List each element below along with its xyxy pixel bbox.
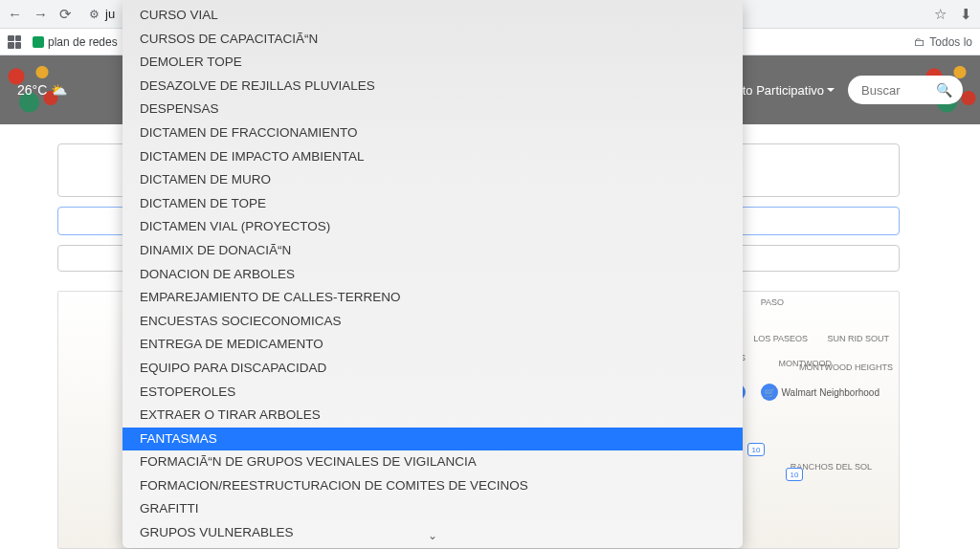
dropdown-option[interactable]: DICTAMEN DE FRACCIONAMIENTO: [122, 121, 743, 145]
dropdown-option[interactable]: FANTASMAS: [122, 428, 743, 451]
back-button[interactable]: ←: [8, 6, 22, 23]
map-label-sun-ridge: SUN RID SOUT: [827, 334, 889, 343]
route-shield: 10: [747, 443, 765, 456]
nav-participativo[interactable]: to Participativo: [743, 83, 835, 98]
sheets-icon: [33, 36, 44, 48]
toolbar-right: ☆ ⬇: [934, 6, 972, 23]
chevron-down-icon[interactable]: ⌄: [428, 529, 437, 542]
dropdown-option[interactable]: DICTAMEN DE MURO: [122, 168, 743, 192]
apps-button[interactable]: [8, 35, 21, 49]
dropdown-option[interactable]: HIDRATACION PARA EVENTOS DEPORTIVOS: [122, 545, 743, 548]
route-shield: 10: [786, 468, 803, 481]
bookmark-item[interactable]: plan de redes: [33, 35, 118, 49]
reload-button[interactable]: ⟳: [59, 6, 72, 23]
star-icon[interactable]: ☆: [934, 6, 947, 23]
dropdown-option[interactable]: FORMACION/REESTRUCTURACION DE COMITES DE…: [122, 474, 743, 498]
folder-label: Todos lo: [929, 35, 972, 49]
folder-icon: 🗀: [914, 35, 925, 49]
url-text: ju: [105, 7, 115, 21]
dropdown-option[interactable]: EXTRAER O TIRAR ARBOLES: [122, 404, 743, 428]
map-label-montwood-heights: MONTWOOD HEIGHTS: [799, 362, 893, 372]
dropdown-option[interactable]: CURSOS DE CAPACITACIÃ“N: [122, 28, 743, 52]
poi-label: Walmart Neighborhood: [782, 387, 880, 398]
dropdown-option[interactable]: ENCUESTAS SOCIECONOMICAS: [122, 310, 743, 334]
map-label-los-paseos: LOS PASEOS: [753, 334, 808, 343]
dropdown-option[interactable]: DICTAMEN DE TOPE: [122, 192, 743, 216]
bookmark-label: plan de redes: [48, 35, 118, 49]
dropdown-option[interactable]: ESTOPEROLES: [122, 381, 743, 405]
map-poi-walmart[interactable]: 🛒 Walmart Neighborhood: [761, 384, 880, 401]
weather-widget[interactable]: 26°C ⛅: [17, 82, 67, 98]
forward-button[interactable]: →: [33, 6, 48, 23]
dropdown-option[interactable]: DESPENSAS: [122, 98, 743, 121]
dropdown-list: CURSO VIALCURSOS DE CAPACITACIÃ“NDEMOLER…: [122, 0, 743, 548]
temperature-text: 26°C: [17, 82, 47, 98]
dropdown-option[interactable]: DONACION DE ARBOLES: [122, 263, 743, 287]
site-info-icon[interactable]: ⚙: [89, 8, 100, 21]
dropdown-option[interactable]: DICTAMEN VIAL (PROYECTOS): [122, 215, 743, 239]
cart-icon: 🛒: [761, 384, 778, 401]
dropdown-option[interactable]: DESAZOLVE DE REJILLAS PLUVIALES: [122, 75, 743, 99]
dropdown-option[interactable]: DICTAMEN DE IMPACTO AMBIENTAL: [122, 145, 743, 169]
nav-label: to Participativo: [743, 83, 824, 98]
map-label-paso: PASO: [761, 297, 784, 307]
dropdown-option[interactable]: DEMOLER TOPE: [122, 51, 743, 75]
dropdown-option[interactable]: EMPAREJAMIENTO DE CALLES-TERRENO: [122, 286, 743, 310]
search-box[interactable]: 🔍: [848, 76, 963, 104]
dropdown-option[interactable]: FORMACIÃ“N DE GRUPOS VECINALES DE VIGILA…: [122, 450, 743, 474]
bookmarks-overflow[interactable]: 🗀 Todos lo: [914, 35, 972, 49]
chevron-down-icon: [827, 88, 835, 92]
dropdown-option[interactable]: EQUIPO PARA DISCAPACIDAD: [122, 357, 743, 381]
select-dropdown[interactable]: CURSO VIALCURSOS DE CAPACITACIÃ“NDEMOLER…: [122, 0, 743, 548]
weather-icon: ⛅: [51, 82, 67, 98]
dropdown-option[interactable]: ENTREGA DE MEDICAMENTO: [122, 333, 743, 357]
apps-icon: [8, 35, 21, 49]
dropdown-option[interactable]: CURSO VIAL: [122, 4, 743, 28]
dropdown-option[interactable]: GRAFITTI: [122, 497, 743, 521]
download-icon[interactable]: ⬇: [960, 6, 972, 23]
search-icon[interactable]: 🔍: [936, 82, 952, 98]
search-input[interactable]: [861, 83, 928, 98]
nav-buttons: ← → ⟳: [8, 6, 72, 23]
dropdown-option[interactable]: DINAMIX DE DONACIÃ“N: [122, 239, 743, 263]
